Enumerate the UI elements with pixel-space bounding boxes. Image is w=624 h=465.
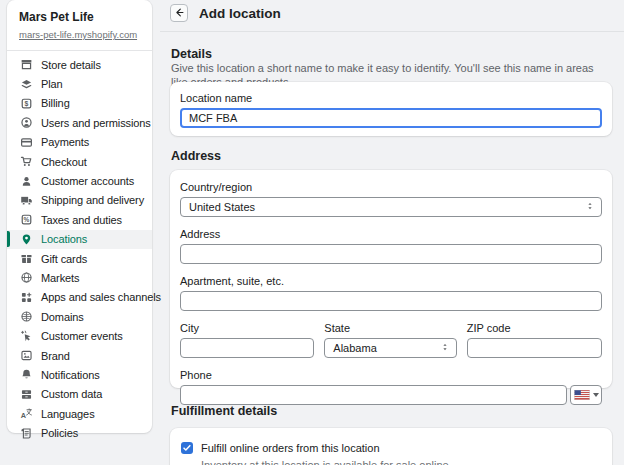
sidebar-item-label: Languages (41, 408, 95, 420)
taxes-icon: % (20, 213, 33, 226)
sidebar-item-custom-data[interactable]: Custom data (7, 385, 152, 404)
sidebar-item-gift-cards[interactable]: Gift cards (7, 249, 152, 268)
city-label: City (180, 322, 314, 334)
address-section-heading: Address (171, 149, 221, 163)
translate-icon: A (20, 407, 33, 420)
sidebar-item-plan[interactable]: Plan (7, 74, 152, 93)
fulfillment-section-heading: Fulfillment details (171, 404, 277, 418)
sidebar-item-locations[interactable]: Locations (7, 230, 152, 249)
sidebar-item-label: Domains (41, 311, 84, 323)
state-select[interactable]: Alabama (324, 338, 456, 358)
header-divider (160, 31, 624, 32)
sidebar-item-store-details[interactable]: Store details (7, 55, 152, 74)
store-url-link[interactable]: mars-pet-life.myshopify.com (19, 29, 137, 40)
location-pin-icon (20, 233, 33, 246)
country-select[interactable]: United States (180, 197, 602, 217)
fulfillment-card: Fulfill online orders from this location… (170, 428, 612, 465)
country-field: Country/region United States (180, 181, 602, 217)
sidebar-item-notifications[interactable]: Notifications (7, 365, 152, 384)
sidebar-item-shipping-and-delivery[interactable]: Shipping and delivery (7, 191, 152, 210)
sidebar-item-label: Plan (41, 78, 63, 90)
customer-accounts-icon (20, 175, 33, 188)
sidebar-item-label: Brand (41, 350, 70, 362)
sidebar-item-label: Store details (41, 59, 101, 71)
sidebar-item-label: Payments (41, 136, 89, 148)
shipping-truck-icon (20, 194, 33, 207)
sidebar-item-label: Checkout (41, 156, 87, 168)
cursor-sparkle-icon (20, 330, 33, 343)
sidebar-item-label: Customer events (41, 330, 123, 342)
sidebar-item-billing[interactable]: $ Billing (7, 94, 152, 113)
sidebar-item-label: Apps and sales channels (41, 291, 161, 303)
city-state-zip-row: City State Alabama ZIP code (180, 322, 602, 358)
zip-field: ZIP code (467, 322, 602, 358)
sidebar-item-label: Shipping and delivery (41, 194, 144, 206)
select-updown-icon (585, 201, 595, 213)
sidebar-item-checkout[interactable]: Checkout (7, 152, 152, 171)
sidebar-item-label: Locations (41, 233, 87, 245)
address-input[interactable] (180, 244, 602, 264)
sidebar-item-taxes-and-duties[interactable]: % Taxes and duties (7, 210, 152, 229)
country-select-value: United States (189, 201, 255, 213)
payments-icon (20, 136, 33, 149)
address-card: Country/region United States Address Apa… (170, 170, 612, 388)
gift-card-icon (20, 252, 33, 265)
sidebar-item-users-and-permissions[interactable]: Users and permissions (7, 113, 152, 132)
svg-text:%: % (24, 216, 30, 223)
caret-down-icon (593, 393, 599, 397)
sidebar-item-label: Notifications (41, 369, 100, 381)
checkout-cart-icon (20, 155, 33, 168)
markets-globe-icon (20, 271, 33, 284)
sidebar-item-domains[interactable]: Domains (7, 307, 152, 326)
city-field: City (180, 322, 314, 358)
sidebar-store-header: Mars Pet Life mars-pet-life.myshopify.co… (7, 0, 152, 51)
city-input[interactable] (180, 338, 314, 358)
sidebar-item-languages[interactable]: A Languages (7, 404, 152, 423)
settings-nav-list: Store details Plan $ Billing Users and p… (7, 51, 152, 448)
sidebar-item-label: Billing (41, 97, 70, 109)
domains-globe-icon (20, 310, 33, 323)
phone-input[interactable] (180, 385, 567, 405)
fulfill-online-label: Fulfill online orders from this location (201, 441, 452, 455)
sidebar-item-label: Policies (41, 427, 78, 439)
state-select-value: Alabama (333, 342, 376, 354)
phone-label: Phone (180, 369, 602, 381)
svg-text:A: A (21, 411, 27, 420)
zip-input[interactable] (467, 338, 602, 358)
sidebar-item-label: Users and permissions (41, 117, 151, 129)
country-label: Country/region (180, 181, 602, 193)
sidebar-item-label: Customer accounts (41, 175, 134, 187)
sidebar-item-policies[interactable]: Policies (7, 423, 152, 442)
apartment-input[interactable] (180, 291, 602, 311)
sidebar-item-label: Custom data (41, 388, 102, 400)
fulfill-online-description: Inventory at this location is available … (201, 458, 452, 465)
users-icon (20, 116, 33, 129)
checkmark-icon (182, 443, 192, 453)
back-button[interactable] (170, 4, 188, 22)
apartment-label: Apartment, suite, etc. (180, 275, 602, 287)
fulfill-online-checkbox[interactable] (181, 442, 193, 454)
page-title: Add location (199, 6, 281, 21)
sidebar-item-apps-and-sales-channels[interactable]: Apps and sales channels (7, 288, 152, 307)
sidebar-item-brand[interactable]: Brand (7, 346, 152, 365)
sidebar-item-customer-accounts[interactable]: Customer accounts (7, 171, 152, 190)
billing-icon: $ (20, 97, 33, 110)
sidebar-item-label: Gift cards (41, 253, 87, 265)
sidebar-item-customer-events[interactable]: Customer events (7, 326, 152, 345)
address-field: Address (180, 228, 602, 264)
details-section-heading: Details (171, 47, 212, 61)
address-label: Address (180, 228, 602, 240)
state-field: State Alabama (324, 322, 456, 358)
back-arrow-icon (174, 6, 185, 21)
apps-grid-icon (20, 291, 33, 304)
sidebar-item-markets[interactable]: Markets (7, 268, 152, 287)
svg-text:$: $ (25, 100, 29, 108)
sidebar-item-payments[interactable]: Payments (7, 133, 152, 152)
fulfill-online-option: Fulfill online orders from this location… (181, 441, 601, 465)
apartment-field: Apartment, suite, etc. (180, 275, 602, 311)
bell-icon (20, 368, 33, 381)
location-name-input[interactable] (180, 108, 602, 128)
phone-country-select[interactable] (570, 385, 602, 405)
store-name: Mars Pet Life (19, 10, 140, 24)
store-icon (20, 58, 33, 71)
